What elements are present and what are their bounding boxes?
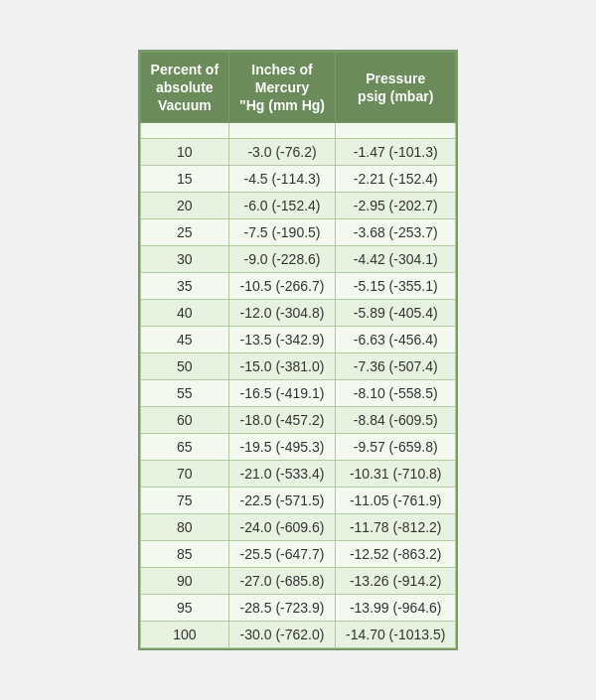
cell-pressure: -3.68 (-253.7) — [336, 219, 456, 246]
cell-mercury: -30.0 (-762.0) — [229, 622, 336, 648]
header-mercury: Inches of Mercury "Hg (mm Hg) — [229, 52, 336, 123]
cell-pressure: -5.89 (-405.4) — [336, 300, 456, 327]
cell-pressure: -5.15 (-355.1) — [336, 273, 456, 300]
table-row: 100-30.0 (-762.0)-14.70 (-1013.5) — [140, 622, 456, 648]
table-header-row: Percent of absolute Vacuum Inches of Mer… — [140, 52, 456, 123]
cell-pressure: -8.84 (-609.5) — [336, 407, 456, 434]
cell-pressure: -7.36 (-507.4) — [336, 353, 456, 380]
cell-percent: 35 — [140, 273, 228, 300]
cell-mercury: -4.5 (-114.3) — [229, 166, 336, 193]
cell-mercury: -19.5 (-495.3) — [229, 434, 336, 461]
table-row: 95-28.5 (-723.9)-13.99 (-964.6) — [140, 595, 456, 622]
table-row: 50-15.0 (-381.0)-7.36 (-507.4) — [140, 353, 456, 380]
cell-mercury: -22.5 (-571.5) — [229, 488, 336, 514]
cell-mercury: -25.5 (-647.7) — [229, 541, 336, 568]
table-row: 40-12.0 (-304.8)-5.89 (-405.4) — [140, 300, 456, 327]
cell-percent: 100 — [140, 622, 228, 648]
cell-percent: 45 — [140, 327, 228, 353]
table-row: 10-3.0 (-76.2)-1.47 (-101.3) — [140, 139, 456, 166]
cell-mercury: -28.5 (-723.9) — [229, 595, 336, 622]
cell-mercury: -27.0 (-685.8) — [229, 568, 336, 595]
cell-percent: 50 — [140, 353, 228, 380]
cell-percent: 65 — [140, 434, 228, 461]
table-row: 65-19.5 (-495.3)-9.57 (-659.8) — [140, 434, 456, 461]
cell-pressure: -14.70 (-1013.5) — [336, 622, 456, 648]
cell-pressure: -6.63 (-456.4) — [336, 327, 456, 353]
cell-percent: 75 — [140, 488, 228, 514]
cell-mercury: -7.5 (-190.5) — [229, 219, 336, 246]
vacuum-table-wrapper: Percent of absolute Vacuum Inches of Mer… — [138, 50, 459, 651]
cell-pressure: -1.47 (-101.3) — [336, 139, 456, 166]
table-row: 70-21.0 (-533.4)-10.31 (-710.8) — [140, 461, 456, 488]
cell-pressure: -11.05 (-761.9) — [336, 488, 456, 514]
table-row: 90-27.0 (-685.8)-13.26 (-914.2) — [140, 568, 456, 595]
cell-percent: 25 — [140, 219, 228, 246]
cell-pressure: -9.57 (-659.8) — [336, 434, 456, 461]
cell-mercury: -15.0 (-381.0) — [229, 353, 336, 380]
cell-mercury: -16.5 (-419.1) — [229, 380, 336, 407]
table-row: 75-22.5 (-571.5)-11.05 (-761.9) — [140, 488, 456, 514]
cell-mercury: -21.0 (-533.4) — [229, 461, 336, 488]
vacuum-table: Percent of absolute Vacuum Inches of Mer… — [140, 52, 457, 649]
table-row: 60-18.0 (-457.2)-8.84 (-609.5) — [140, 407, 456, 434]
cell-mercury: -9.0 (-228.6) — [229, 246, 336, 273]
table-body: 10-3.0 (-76.2)-1.47 (-101.3)15-4.5 (-114… — [140, 123, 456, 648]
cell-percent: 95 — [140, 595, 228, 622]
cell-pressure: -13.26 (-914.2) — [336, 568, 456, 595]
cell-percent: 10 — [140, 139, 228, 166]
table-row: 15-4.5 (-114.3)-2.21 (-152.4) — [140, 166, 456, 193]
cell-percent: 80 — [140, 514, 228, 541]
cell-percent: 60 — [140, 407, 228, 434]
cell-percent: 20 — [140, 193, 228, 219]
cell-pressure: -4.42 (-304.1) — [336, 246, 456, 273]
cell-percent: 90 — [140, 568, 228, 595]
cell-pressure: -10.31 (-710.8) — [336, 461, 456, 488]
cell-percent: 40 — [140, 300, 228, 327]
cell-pressure: -12.52 (-863.2) — [336, 541, 456, 568]
cell-mercury: -3.0 (-76.2) — [229, 139, 336, 166]
cell-pressure: -11.78 (-812.2) — [336, 514, 456, 541]
table-row: 45-13.5 (-342.9)-6.63 (-456.4) — [140, 327, 456, 353]
table-row: 35-10.5 (-266.7)-5.15 (-355.1) — [140, 273, 456, 300]
cell-pressure: -13.99 (-964.6) — [336, 595, 456, 622]
cell-mercury: -12.0 (-304.8) — [229, 300, 336, 327]
table-row: 80-24.0 (-609.6)-11.78 (-812.2) — [140, 514, 456, 541]
cell-mercury: -6.0 (-152.4) — [229, 193, 336, 219]
cell-mercury: -24.0 (-609.6) — [229, 514, 336, 541]
cell-mercury: -18.0 (-457.2) — [229, 407, 336, 434]
table-row: 85-25.5 (-647.7)-12.52 (-863.2) — [140, 541, 456, 568]
cell-percent: 15 — [140, 166, 228, 193]
empty-row — [140, 123, 456, 139]
header-pressure: Pressure psig (mbar) — [336, 52, 456, 123]
table-row: 30-9.0 (-228.6)-4.42 (-304.1) — [140, 246, 456, 273]
cell-mercury: -13.5 (-342.9) — [229, 327, 336, 353]
cell-percent: 85 — [140, 541, 228, 568]
cell-mercury: -10.5 (-266.7) — [229, 273, 336, 300]
cell-pressure: -2.95 (-202.7) — [336, 193, 456, 219]
cell-pressure: -2.21 (-152.4) — [336, 166, 456, 193]
cell-percent: 30 — [140, 246, 228, 273]
cell-pressure: -8.10 (-558.5) — [336, 380, 456, 407]
cell-percent: 70 — [140, 461, 228, 488]
header-percent: Percent of absolute Vacuum — [140, 52, 228, 123]
table-row: 25-7.5 (-190.5)-3.68 (-253.7) — [140, 219, 456, 246]
cell-percent: 55 — [140, 380, 228, 407]
table-row: 20-6.0 (-152.4)-2.95 (-202.7) — [140, 193, 456, 219]
table-row: 55-16.5 (-419.1)-8.10 (-558.5) — [140, 380, 456, 407]
